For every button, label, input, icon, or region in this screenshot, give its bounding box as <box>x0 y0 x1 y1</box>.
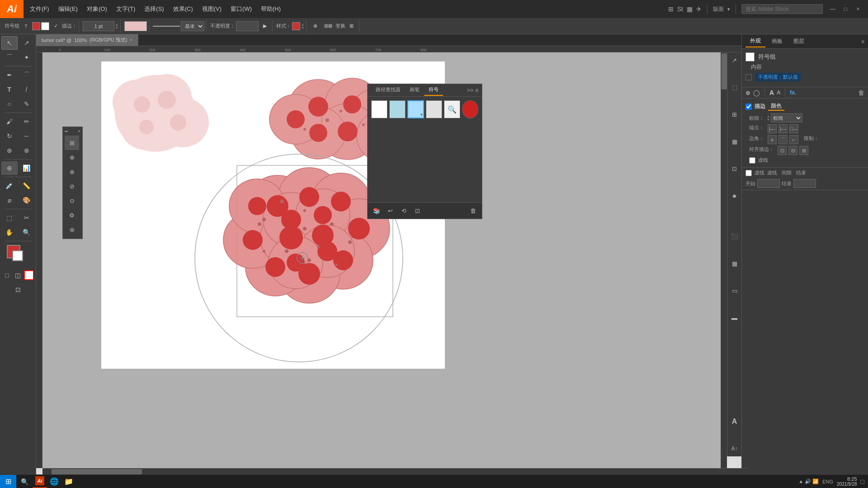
stock-search-input[interactable] <box>741 4 823 14</box>
stroke-color-swatch-small[interactable] <box>41 22 49 30</box>
menu-object[interactable]: 对象(O) <box>82 3 112 15</box>
stroke-color-box[interactable] <box>12 250 23 261</box>
appearance-type-btn[interactable]: A <box>769 89 774 96</box>
fp-sprayer-btn[interactable]: ⊕ <box>65 150 79 164</box>
curvature-tool[interactable]: ⌒ <box>19 68 35 82</box>
live-paint-tool[interactable]: 🎨 <box>19 193 35 207</box>
tab-close-btn[interactable]: × <box>130 38 132 42</box>
cap-round-btn[interactable]: )— <box>778 124 788 133</box>
none-swatch[interactable]: □ <box>2 270 12 280</box>
fill-preview[interactable] <box>124 21 147 31</box>
line-tool[interactable]: / <box>19 83 35 96</box>
red-symbol-swatch[interactable] <box>462 100 478 118</box>
type2-btn[interactable]: A↑ <box>729 443 741 455</box>
appearance-tab[interactable]: 外观 <box>745 35 765 47</box>
warp-tool[interactable]: ⊕ <box>1 144 18 157</box>
slice-tool[interactable]: ✂ <box>19 211 35 225</box>
blend-tool[interactable]: ⌀ <box>1 193 18 207</box>
symbol-tab[interactable]: 符号 <box>424 84 443 96</box>
brush-tab[interactable]: 画笔 <box>405 84 424 96</box>
color-swatch-red[interactable] <box>24 270 34 280</box>
stroke-width-input[interactable] <box>83 21 114 31</box>
cap-square-btn[interactable]: □— <box>789 124 798 133</box>
checkmark-btn[interactable]: ✓ <box>50 21 61 32</box>
symbol-libraries-btn[interactable]: 📚 <box>371 206 382 216</box>
workspace-icon[interactable]: ▦ <box>687 5 693 13</box>
file-tab[interactable]: tumor cell* @ 100% (RGB/GPU 预览) × <box>36 34 138 46</box>
width-tool[interactable]: ⊗ <box>19 144 35 157</box>
rotate-tool[interactable]: ↻ <box>1 129 18 143</box>
minimize-btn[interactable]: — <box>826 3 839 15</box>
transform-mode-btn[interactable]: ⊞⊠ <box>322 21 335 32</box>
appearance-type2-btn[interactable]: A <box>777 89 780 96</box>
end-input[interactable] <box>793 179 816 188</box>
virtual-checkbox[interactable] <box>745 170 752 176</box>
shaper-tool[interactable]: ✎ <box>19 97 35 111</box>
artboard-nav-btn[interactable]: ⬚ <box>729 81 741 93</box>
image-trace-btn[interactable]: ▬ <box>729 312 741 324</box>
menu-file[interactable]: 文件(F) <box>25 3 54 15</box>
fp-spinner-btn[interactable]: ⚙ <box>65 208 79 222</box>
delete-appearance-btn[interactable]: 🗑 <box>858 89 864 96</box>
float-panel-expand[interactable]: ▪▪ <box>65 129 68 134</box>
fp-stainer-btn[interactable]: ⊛ <box>65 222 79 237</box>
expand-panel-btn[interactable]: >> <box>467 87 473 94</box>
menu-help[interactable]: 帮助(H) <box>256 3 285 15</box>
menu-view[interactable]: 视图(V) <box>198 3 226 15</box>
fill-color-swatch[interactable] <box>32 22 40 30</box>
duplicate-btn[interactable]: ◯ <box>753 89 760 96</box>
selection-tool[interactable]: ↖ <box>1 36 18 50</box>
active-symbol-swatch[interactable]: ▾ <box>407 100 424 118</box>
align-outside-btn[interactable]: ⊞ <box>799 146 808 155</box>
thickness-stepper[interactable]: ▲▼ <box>767 115 770 121</box>
new-item-btn[interactable]: ⊕ <box>745 89 750 96</box>
symbol-fill-preview[interactable] <box>745 52 755 61</box>
v-scroll-thumb[interactable] <box>722 53 727 89</box>
vertical-scrollbar[interactable] <box>721 52 727 468</box>
align-btn-right[interactable]: ▦ <box>729 136 741 147</box>
library-btn[interactable]: ↗ <box>729 54 741 66</box>
h-scroll-thumb[interactable] <box>52 469 142 474</box>
grid-btn[interactable]: ▦ <box>729 258 741 269</box>
menu-select[interactable]: 选择(S) <box>140 3 168 15</box>
white-symbol-swatch[interactable] <box>371 100 387 118</box>
menu-type[interactable]: 文字(T) <box>112 3 140 15</box>
libraries-icon[interactable]: St <box>677 5 683 13</box>
visibility-eye[interactable] <box>745 74 752 80</box>
corner-round-btn[interactable]: ⌒ <box>778 135 788 144</box>
close-btn[interactable]: × <box>852 3 864 15</box>
pathfinder-btn[interactable]: ⊡ <box>729 163 741 174</box>
lightblue-symbol-swatch[interactable] <box>389 100 406 118</box>
panel-menu-btn[interactable]: ≡ <box>475 87 478 94</box>
crop-btn[interactable]: ▭ <box>729 285 741 296</box>
arrange-icon[interactable]: ⊞ <box>668 5 674 13</box>
menu-effect[interactable]: 效果(C) <box>169 3 198 15</box>
taskbar-files[interactable]: 📁 <box>61 475 76 488</box>
thickness-dropdown[interactable]: 粗细 <box>771 113 802 122</box>
taskbar-illustrator[interactable]: Ai <box>33 475 47 488</box>
transform-btn-right[interactable]: ⊞ <box>729 108 741 120</box>
artboard-tool[interactable]: ⬚ <box>1 211 18 225</box>
collapse-panel-btn[interactable]: ≡ <box>861 38 864 45</box>
eyedropper-tool[interactable]: 💉 <box>1 179 18 192</box>
change-screen-mode[interactable]: ⊡ <box>10 283 26 296</box>
ellipse-tool[interactable]: ○ <box>1 97 18 111</box>
type-tool[interactable]: T <box>1 83 18 96</box>
style-stepper[interactable]: ▲▼ <box>301 23 304 29</box>
horizontal-scrollbar[interactable] <box>42 468 748 474</box>
break-link-btn[interactable]: ⟲ <box>398 206 409 216</box>
dashes-checkbox[interactable] <box>749 157 755 164</box>
maximize-btn[interactable]: □ <box>839 3 852 15</box>
align-inside-btn[interactable]: ⊟ <box>788 146 797 155</box>
new-symbol-btn[interactable]: 🗑 <box>467 206 478 216</box>
reflect-tool[interactable]: ↔ <box>19 129 35 143</box>
notification-btn[interactable]: □ <box>861 478 864 485</box>
color-tab[interactable]: 颜色 <box>768 102 784 111</box>
paintbrush-tool[interactable]: 🖌 <box>1 115 18 128</box>
direct-selection-tool[interactable]: ↗ <box>19 36 35 50</box>
search-btn[interactable]: 🔍 <box>16 475 33 488</box>
fp-sizer-btn[interactable]: ⊙ <box>65 193 79 208</box>
artboard-tab[interactable]: 画板 <box>767 36 787 47</box>
opacity-input[interactable]: 100% <box>236 21 259 31</box>
start-input[interactable] <box>757 179 780 188</box>
